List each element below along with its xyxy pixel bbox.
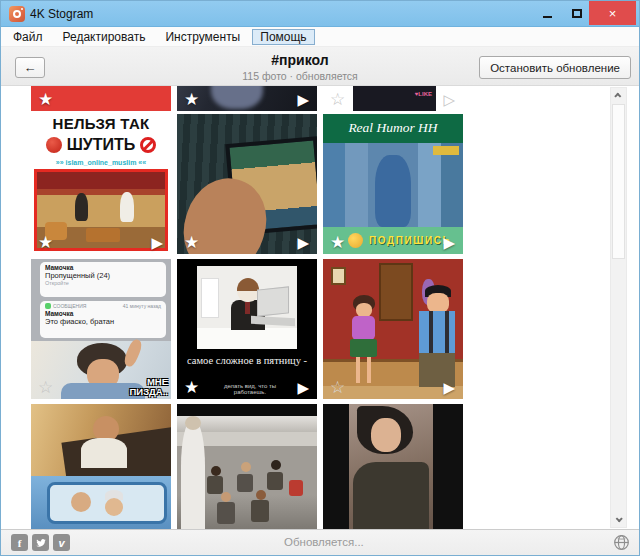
facebook-icon: f <box>18 537 22 549</box>
passenger-shape <box>289 480 303 496</box>
photo-tile[interactable]: самое сложное в пятницу - делать вид, чт… <box>177 259 317 399</box>
vimeo-button[interactable]: v <box>53 534 70 551</box>
menu-bar: Файл Редактировать Инструменты Помощь <box>1 27 639 47</box>
thumbnail-image <box>197 266 297 349</box>
thumbnail-image <box>31 404 171 476</box>
twitter-button[interactable] <box>32 534 49 551</box>
photo-shape <box>211 86 263 109</box>
thumbnail-image <box>34 169 168 251</box>
photo-shape <box>375 155 411 227</box>
scrollbar[interactable] <box>610 87 627 528</box>
thumbnail-image <box>177 404 317 529</box>
seat-shape <box>267 472 283 490</box>
photo-tile[interactable]: Мамочка Пропущенный (24) Откройте СООБЩЕ… <box>31 259 171 399</box>
demotivator-caption: самое сложное в пятницу - <box>177 355 317 366</box>
photo-tile[interactable]: НЕЛЬЗЯ ТАК ШУТИТЬ »» islam_online_muslim… <box>31 114 171 254</box>
menu-item-help[interactable]: Помощь <box>252 29 314 45</box>
close-button[interactable]: × <box>589 1 636 25</box>
play-icon: ▶ <box>443 380 455 395</box>
star-outline-icon[interactable]: ☆ <box>38 379 53 396</box>
blouse-shape <box>352 316 375 340</box>
photo-tile[interactable]: ★ <box>31 86 171 111</box>
star-icon[interactable]: ★ <box>330 234 345 251</box>
head-shape <box>271 460 281 470</box>
leg-shape <box>356 357 360 383</box>
scroll-up-button[interactable] <box>611 88 626 103</box>
thumbnail-image: ♥LIKE <box>353 86 436 111</box>
badge-shape <box>433 146 459 155</box>
notification-text: Это фиаско, братан <box>45 317 161 326</box>
photo-tile[interactable] <box>31 404 171 529</box>
head-shape <box>221 492 231 502</box>
minimize-button[interactable] <box>533 1 561 25</box>
shirt-shape <box>419 311 455 353</box>
photo-tile[interactable] <box>323 404 463 529</box>
meme-text-line2: ШУТИТЬ <box>67 136 136 154</box>
back-button[interactable]: ← <box>15 57 45 78</box>
camera-flash-icon <box>21 8 23 10</box>
meme-caption: МНЕ ПИЗДА.. <box>112 377 168 398</box>
face-shape <box>71 492 91 512</box>
skirt-shape <box>350 339 377 357</box>
globe-icon <box>613 534 630 551</box>
scroll-down-button[interactable] <box>611 512 626 527</box>
menu-item-file[interactable]: Файл <box>5 29 51 45</box>
letterbox-bar <box>177 404 317 416</box>
maximize-button[interactable] <box>563 1 591 25</box>
thumbnail-image <box>323 143 463 227</box>
seat-shape <box>251 500 269 522</box>
vimeo-icon: v <box>58 537 64 549</box>
leg-shape <box>367 357 371 383</box>
face-shape <box>356 303 372 317</box>
star-icon[interactable]: ★ <box>38 234 53 251</box>
notification-time: 41 минуту назад <box>123 303 161 309</box>
demotivator-subcaption: делать вид, что ты работаешь. <box>207 383 293 395</box>
seat-shape <box>207 476 223 494</box>
photo-tile[interactable] <box>177 404 317 529</box>
facebook-button[interactable]: f <box>11 534 28 551</box>
notification-hint: Откройте <box>45 280 161 286</box>
arm-shape <box>122 338 144 368</box>
angry-emoji-icon <box>46 137 62 153</box>
star-icon[interactable]: ★ <box>38 91 53 108</box>
door-shape <box>379 263 413 321</box>
stop-update-button[interactable]: Остановить обновление <box>479 56 631 79</box>
menu-item-tools[interactable]: Инструменты <box>157 29 248 45</box>
dog-head-shape <box>237 278 259 302</box>
head-shape <box>256 490 266 500</box>
header: ← #прикол 115 фото · обновляется Останов… <box>1 47 639 86</box>
face-shape <box>371 418 401 452</box>
suspender-shape <box>445 311 449 353</box>
maximize-icon <box>572 9 582 18</box>
scrollbar-thumb[interactable] <box>612 104 625 259</box>
back-arrow-icon: ← <box>24 60 37 75</box>
photo-tile[interactable]: Real Humor HH ПОДПИШИСЬ ★ ▶ <box>323 114 463 254</box>
close-icon: × <box>609 6 617 21</box>
star-icon[interactable]: ★ <box>184 234 199 251</box>
minimize-icon <box>543 16 552 18</box>
no-entry-icon <box>140 137 156 153</box>
window-title: 4K Stogram <box>30 7 93 21</box>
globe-button[interactable] <box>613 534 630 551</box>
face-shape <box>427 293 449 313</box>
head-shape <box>211 466 221 476</box>
subscribe-text: ПОДПИШИСЬ <box>369 235 451 246</box>
star-outline-icon[interactable]: ☆ <box>330 379 345 396</box>
notification-text: Пропущенный (24) <box>45 271 161 280</box>
photo-tile[interactable]: ★ ▶ <box>177 114 317 254</box>
play-icon: ▶ <box>151 235 163 250</box>
photo-tile[interactable]: ♥LIKE ☆ ▷ <box>323 86 463 111</box>
photo-shape <box>86 228 120 242</box>
star-outline-icon[interactable]: ☆ <box>330 91 345 108</box>
star-icon[interactable]: ★ <box>184 379 199 396</box>
photo-tile[interactable]: ☆ ▶ <box>323 259 463 399</box>
menu-item-edit[interactable]: Редактировать <box>55 29 154 45</box>
face-shape <box>105 498 123 516</box>
photo-shape <box>120 192 134 222</box>
suspender-shape <box>429 311 433 353</box>
notification-sender: Мамочка <box>45 264 161 271</box>
photo-tile[interactable]: ★ ▶ <box>177 86 317 111</box>
star-icon[interactable]: ★ <box>184 91 199 108</box>
titlebar[interactable]: 4K Stogram × <box>1 1 639 27</box>
no-entry-bar <box>142 139 154 151</box>
